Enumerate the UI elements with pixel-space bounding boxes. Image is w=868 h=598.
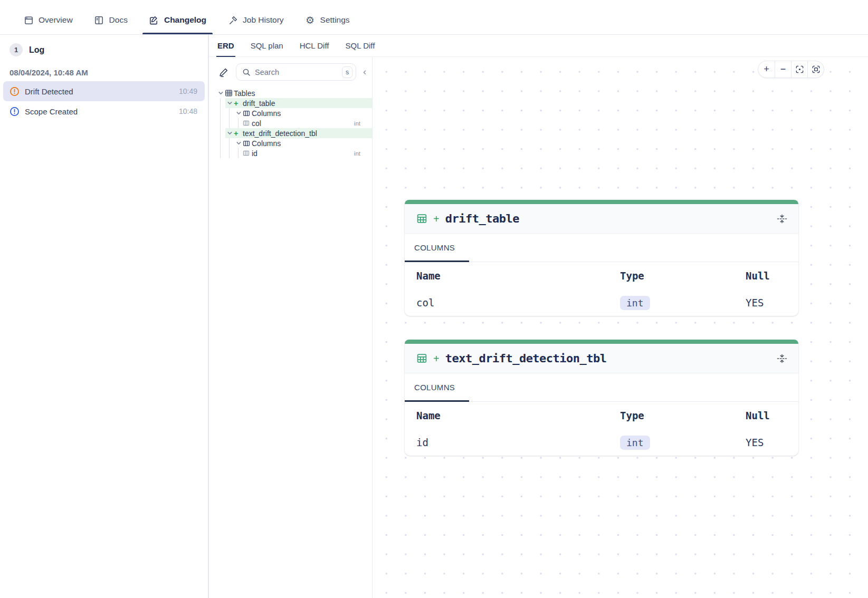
header-type: Type — [620, 270, 746, 282]
header-null: Null — [746, 410, 798, 421]
column-icon — [243, 120, 252, 127]
table-header-row: Name Type Null — [405, 262, 798, 290]
columns-icon — [243, 110, 252, 117]
erd-table-card-text-drift-detection-tbl[interactable]: + text_drift_detection_tbl COLUMNS Name … — [405, 340, 798, 456]
changelog-pencil-icon — [149, 15, 159, 25]
collapse-panel-chevron-icon[interactable]: ‹ — [362, 66, 367, 78]
tab-sql-plan[interactable]: SQL plan — [251, 35, 283, 57]
tree-guide — [238, 148, 239, 158]
chevron-down-icon[interactable] — [225, 128, 234, 138]
tree-item-drift-table[interactable]: + drift_table — [225, 98, 372, 108]
tree-guide — [220, 98, 221, 158]
top-nav: Overview Docs Changelog Job History ⚙ Se… — [0, 0, 868, 35]
search-input[interactable] — [255, 68, 342, 76]
nav-label: Settings — [320, 15, 350, 25]
table-row: col int YES — [405, 290, 798, 316]
center-view-button[interactable] — [791, 61, 807, 78]
chevron-down-icon[interactable] — [234, 108, 243, 118]
table-grid-icon — [225, 89, 234, 97]
table-grid-icon — [416, 353, 427, 364]
erd-table-card-drift-table[interactable]: + drift_table COLUMNS Name Type Null col… — [405, 200, 798, 316]
tab-sql-diff[interactable]: SQL Diff — [346, 35, 375, 57]
column-type: int — [354, 120, 372, 127]
event-label: Drift Detected — [25, 87, 73, 96]
header-name: Name — [416, 270, 620, 282]
added-plus-icon: + — [433, 214, 440, 224]
table-accent-bar — [405, 200, 798, 204]
info-circle-icon — [9, 107, 20, 117]
tree-item-columns[interactable]: Columns — [234, 108, 372, 118]
job-history-hammer-icon — [227, 15, 238, 25]
header-type: Type — [620, 410, 746, 421]
table-name: drift_table — [445, 212, 519, 225]
tree-item-columns[interactable]: Columns — [234, 138, 372, 148]
event-time: 10:48 — [179, 107, 197, 115]
tree-item-col[interactable]: col int — [234, 118, 372, 128]
docs-book-icon — [94, 15, 104, 25]
warning-circle-icon — [9, 86, 20, 97]
table-accent-bar — [405, 340, 798, 344]
tab-hcl-diff[interactable]: HCL Diff — [300, 35, 329, 57]
schema-explorer-panel: s ‹ Tables + drift_table Columns col — [209, 57, 373, 598]
log-date-header: 08/04/2024, 10:48 AM — [0, 56, 208, 77]
nav-tab-settings[interactable]: ⚙ Settings — [305, 9, 350, 34]
event-label: Scope Created — [25, 107, 78, 116]
column-null: YES — [746, 297, 798, 308]
nav-label: Job History — [243, 15, 284, 25]
chevron-down-icon[interactable] — [216, 88, 225, 98]
column-name: id — [416, 437, 620, 448]
columns-tab[interactable]: COLUMNS — [414, 383, 455, 392]
log-count-badge: 1 — [9, 43, 23, 56]
nav-tab-job-history[interactable]: Job History — [227, 9, 284, 34]
log-event-drift-detected[interactable]: Drift Detected 10:49 — [3, 81, 205, 101]
nav-label: Overview — [39, 15, 73, 25]
zoom-out-button[interactable]: − — [775, 61, 791, 78]
tree-item-tables[interactable]: Tables — [216, 88, 372, 98]
tab-erd[interactable]: ERD — [217, 35, 234, 57]
tree-item-text-drift-detection-tbl[interactable]: + text_drift_detection_tbl — [225, 128, 372, 138]
event-time: 10:49 — [179, 87, 197, 95]
chevron-placeholder — [234, 118, 243, 128]
search-icon — [242, 68, 251, 76]
fit-view-button[interactable] — [807, 61, 824, 78]
overview-window-icon — [23, 15, 34, 25]
chevron-down-icon[interactable] — [225, 98, 234, 108]
settings-gear-icon: ⚙ — [305, 15, 316, 25]
erd-canvas[interactable]: + − + drift_table COLUMNS Name Type Null — [373, 57, 868, 598]
nav-label: Changelog — [164, 15, 206, 25]
chevron-down-icon[interactable] — [234, 138, 243, 148]
column-type: int — [354, 150, 372, 157]
tree-item-id[interactable]: id int — [234, 148, 372, 158]
schema-tree: Tables + drift_table Columns col int + t… — [209, 88, 372, 158]
nav-tab-docs[interactable]: Docs — [94, 9, 128, 34]
column-type-badge: int — [620, 296, 650, 310]
log-event-scope-created[interactable]: Scope Created 10:48 — [3, 101, 205, 121]
collapse-vertical-icon[interactable] — [776, 353, 788, 364]
columns-tab[interactable]: COLUMNS — [414, 243, 455, 252]
tree-guide — [229, 138, 230, 158]
column-name: col — [416, 297, 620, 308]
changelog-sidebar: 1 Log 08/04/2024, 10:48 AM Drift Detecte… — [0, 35, 208, 598]
columns-icon — [243, 140, 252, 147]
nav-label: Docs — [109, 15, 128, 25]
table-name: text_drift_detection_tbl — [445, 352, 607, 365]
table-row: id int YES — [405, 429, 798, 456]
column-icon — [243, 150, 252, 157]
tree-search[interactable]: s — [236, 63, 356, 81]
zoom-in-button[interactable]: + — [758, 61, 775, 78]
nav-tab-overview[interactable]: Overview — [23, 9, 73, 34]
table-header-row: Name Type Null — [405, 402, 798, 429]
added-plus-icon: + — [234, 99, 243, 108]
collapse-vertical-icon[interactable] — [776, 213, 788, 225]
diff-view-tabs: ERD SQL plan HCL Diff SQL Diff — [209, 35, 868, 57]
edit-pencil-icon[interactable] — [217, 66, 230, 79]
column-null: YES — [746, 437, 798, 448]
table-grid-icon — [416, 213, 427, 224]
canvas-zoom-controls: + − — [758, 61, 824, 78]
added-plus-icon: + — [234, 129, 243, 138]
added-plus-icon: + — [433, 353, 440, 364]
search-shortcut-key: s — [342, 66, 352, 78]
chevron-placeholder — [234, 148, 243, 158]
nav-tab-changelog[interactable]: Changelog — [149, 9, 206, 34]
tree-guide — [229, 108, 230, 128]
